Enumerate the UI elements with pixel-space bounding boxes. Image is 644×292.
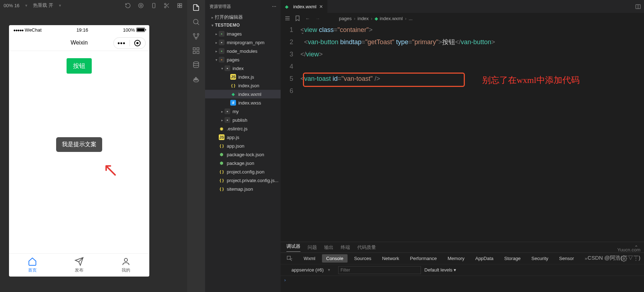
- back-icon[interactable]: ←: [304, 15, 311, 22]
- explorer-icon[interactable]: [191, 2, 201, 13]
- file-miniprogram_npm[interactable]: ▸▪miniprogram_npm: [205, 38, 281, 47]
- activity-bar: [187, 0, 205, 292]
- device-icon[interactable]: [150, 1, 158, 9]
- svg-rect-16: [193, 51, 195, 54]
- search-icon[interactable]: [191, 17, 201, 27]
- devtools-tab-终端[interactable]: 终端: [341, 244, 350, 251]
- devtools-panel: 调试器问题输出终端代码质量 ⌃ WxmlConsoleSourcesNetwor…: [281, 242, 644, 292]
- filter-input[interactable]: [338, 266, 421, 274]
- file-node_modules[interactable]: ▸▪node_modules: [205, 47, 281, 55]
- docker-icon[interactable]: [191, 74, 201, 85]
- tab-index-wxml[interactable]: ◆ index.wxml ✕: [281, 0, 328, 13]
- split-editor-icon[interactable]: [634, 3, 642, 10]
- devtools-subtab-Performance[interactable]: Performance: [406, 254, 441, 263]
- svg-point-10: [194, 19, 198, 24]
- file-sitemap.json[interactable]: { }sitemap.json: [205, 185, 281, 193]
- console-prompt[interactable]: ›: [284, 277, 286, 283]
- svg-point-4: [164, 6, 166, 8]
- list-icon[interactable]: [284, 15, 291, 22]
- breadcrumb-bar: ← → pages›index›◆index.wxml›...: [281, 13, 644, 24]
- close-icon[interactable]: ✕: [319, 4, 323, 9]
- breadcrumb-item[interactable]: pages: [339, 16, 352, 21]
- tab-home[interactable]: 首页: [9, 254, 56, 277]
- bookmark-icon[interactable]: [294, 15, 301, 22]
- code-editor[interactable]: ⌄ 1<view class="container">2 <van-button…: [281, 24, 644, 242]
- forward-icon[interactable]: →: [314, 15, 321, 22]
- file-index[interactable]: ▾▪index: [205, 64, 281, 73]
- annotation-box: [303, 73, 465, 87]
- devtools-subtab-Sensor[interactable]: Sensor: [555, 254, 578, 263]
- svg-rect-8: [180, 6, 182, 8]
- target-icon[interactable]: [134, 40, 141, 46]
- carrier-label: WeChat: [25, 27, 42, 33]
- svg-rect-21: [197, 79, 198, 80]
- phone-simulator: ●●●●● WeChat 19:16 100% Weixin ••• 按钮 我是…: [9, 25, 149, 277]
- file-index.wxss[interactable]: #index.wxss: [205, 98, 281, 107]
- breadcrumb-item[interactable]: index: [358, 16, 369, 21]
- cut-icon[interactable]: [163, 1, 171, 9]
- open-editors-section[interactable]: ▸ 打开的编辑器: [205, 13, 281, 22]
- refresh-icon[interactable]: [124, 1, 132, 9]
- devtools-subtab-Sources[interactable]: Sources: [350, 254, 376, 263]
- devtools-subtab-Console[interactable]: Console: [322, 254, 348, 263]
- watermark: CSDN @阿浩(￣▽￣): [588, 255, 640, 261]
- annotation-text: 别忘了在wxml中添加代码: [482, 74, 580, 86]
- capsule-button[interactable]: •••: [113, 37, 146, 49]
- more-icon[interactable]: ⋯: [272, 4, 276, 9]
- file-package.json[interactable]: ⬢package.json: [205, 159, 281, 167]
- file-app.js[interactable]: JSapp.js: [205, 133, 281, 142]
- editor-tabs: ◆ index.wxml ✕: [281, 0, 644, 13]
- tab-label: 发布: [75, 267, 83, 273]
- file-publish[interactable]: ▸▪publish: [205, 116, 281, 124]
- tab-label: 首页: [28, 267, 37, 273]
- tab-label: 我的: [122, 267, 130, 273]
- devtools-subtab-Storage[interactable]: Storage: [500, 254, 525, 263]
- svg-rect-7: [177, 6, 179, 8]
- tab-profile[interactable]: 我的: [103, 254, 149, 277]
- hot-reload-toggle[interactable]: 热重载 开: [33, 2, 53, 9]
- devtools-tab-问题[interactable]: 问题: [308, 244, 317, 251]
- log-levels-select[interactable]: Default levels ▾: [425, 267, 457, 273]
- breadcrumb-item[interactable]: ◆index.wxml: [375, 16, 403, 21]
- project-root[interactable]: ▾ TESTDEMO: [205, 22, 281, 29]
- file-pages[interactable]: ▾▪pages: [205, 55, 281, 64]
- file-package-lock.json[interactable]: ⬢package-lock.json: [205, 150, 281, 159]
- branch-icon[interactable]: [191, 31, 201, 42]
- file-my[interactable]: ▸▪my: [205, 107, 281, 116]
- devtools-subtab-Wxml[interactable]: Wxml: [299, 254, 320, 263]
- file-images[interactable]: ▸▪images: [205, 29, 281, 38]
- file-index.json[interactable]: { }index.json: [205, 81, 281, 90]
- explorer-title: 资源管理器: [209, 4, 231, 10]
- file-index.wxml[interactable]: ◆index.wxml: [205, 90, 281, 98]
- devtools-tab-代码质量[interactable]: 代码质量: [357, 244, 376, 251]
- svg-point-3: [164, 3, 166, 5]
- more-icon[interactable]: »: [585, 256, 587, 261]
- primary-button[interactable]: 按钮: [67, 58, 92, 74]
- database-icon[interactable]: [191, 60, 201, 70]
- devtools-subtab-Security[interactable]: Security: [527, 254, 553, 263]
- file-index.js[interactable]: JSindex.js: [205, 73, 281, 81]
- file-.eslintrc.js[interactable]: ◉.eslintrc.js: [205, 124, 281, 133]
- inspect-icon[interactable]: [286, 255, 293, 262]
- devtools-tab-输出[interactable]: 输出: [324, 244, 334, 251]
- window-icon[interactable]: [176, 1, 183, 9]
- devtools-subtab-AppData[interactable]: AppData: [471, 254, 498, 263]
- extensions-icon[interactable]: [191, 45, 201, 56]
- devtools-tab-调试器[interactable]: 调试器: [286, 243, 300, 252]
- tab-publish[interactable]: 发布: [56, 254, 103, 277]
- file-project.private.config.js...[interactable]: { }project.private.config.js...: [205, 176, 281, 185]
- zoom-level[interactable]: 00% 16: [4, 3, 19, 8]
- stop-icon[interactable]: [137, 1, 145, 9]
- signal-dots-icon: ●●●●●: [13, 28, 23, 32]
- file-project.config.json[interactable]: { }project.config.json: [205, 167, 281, 176]
- svg-point-11: [193, 33, 195, 35]
- context-select[interactable]: appservice (#6): [291, 267, 324, 273]
- devtools-subtab-Network[interactable]: Network: [378, 254, 404, 263]
- annotation-arrow-icon: [103, 162, 117, 178]
- breadcrumb-item[interactable]: ...: [409, 16, 413, 21]
- file-app.json[interactable]: { }app.json: [205, 142, 281, 150]
- devtools-subtab-Memory[interactable]: Memory: [443, 254, 469, 263]
- more-icon[interactable]: •••: [118, 40, 126, 47]
- page-title: Weixin: [71, 40, 88, 46]
- explorer-panel: 资源管理器 ⋯ ▸ 打开的编辑器 ▾ TESTDEMO ▸▪images▸▪mi…: [205, 0, 281, 292]
